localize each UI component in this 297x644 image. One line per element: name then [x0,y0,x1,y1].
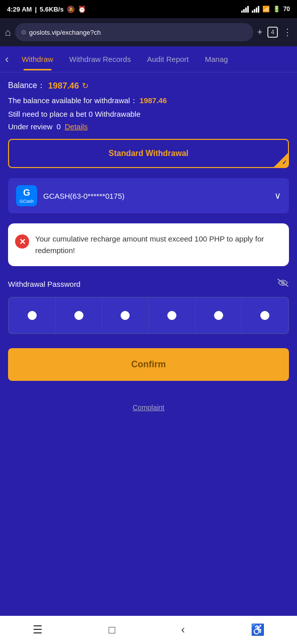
browser-actions: + 4 ⋮ [257,27,292,38]
nav-tabs: ‹ Withdraw Withdraw Records Audit Report… [0,46,297,72]
dropdown-arrow-icon: ∨ [274,190,281,201]
password-header: Withdrawal Password [8,278,289,290]
mute-icon: 🔕 [67,6,75,13]
gcash-icon: G GCash [16,185,37,206]
tab-withdraw[interactable]: Withdraw [14,48,61,70]
bottom-nav: ☰ □ ‹ ♿ [0,616,297,644]
time-display: 4:29 AM [7,6,32,13]
password-section: Withdrawal Password [8,278,289,334]
accessibility-icon: ♿ [251,623,264,636]
back-chevron-icon: ‹ [181,623,184,636]
tab-audit-report[interactable]: Audit Report [139,48,196,70]
menu-button[interactable]: ⋮ [283,27,292,38]
password-dot-3[interactable] [102,298,149,333]
bet-label: Still need to place a bet [8,110,86,118]
complaint-link[interactable]: Complaint [133,404,164,412]
main-content: Balance： 1987.46 ↻ The balance available… [0,72,297,616]
eye-icon[interactable] [277,278,289,290]
tab-count-button[interactable]: 4 [267,27,278,38]
network-speed-value: 5.6KB/s [40,6,64,13]
signal-bars-2 [252,6,259,13]
error-icon: ✕ [15,234,29,249]
signal-bars [241,6,249,13]
standard-withdrawal-button[interactable]: Standard Withdrawal [8,139,289,168]
password-dot-5[interactable] [195,298,242,333]
available-line: The balance available for withdrawal： 19… [8,96,289,106]
warning-box: ✕ Your cumulative recharge amount must e… [8,223,289,266]
password-label: Withdrawal Password [8,280,80,288]
wifi-icon: 📶 [262,6,270,13]
confirm-button[interactable]: Confirm [8,348,289,381]
warning-text: Your cumulative recharge amount must exc… [35,233,281,256]
gcash-logo: G GCash [20,188,34,204]
status-left: 4:29 AM | 5.6KB/s 🔕 ⏰ [7,6,86,13]
tab-count-display: 4 [267,27,278,38]
bet-suffix: Withdrawable [95,110,141,118]
password-dot-2[interactable] [56,298,103,333]
review-line: Under review 0 Details [8,122,289,131]
url-text: goslots.vip/exchange?ch [29,29,247,36]
bottom-back-button[interactable]: ‹ [171,620,194,639]
balance-label: Balance： [8,80,45,91]
details-link[interactable]: Details [65,122,88,131]
withdrawal-checkmark [274,153,288,167]
balance-value: 1987.46 [48,81,79,91]
bottom-menu-button[interactable]: ☰ [23,620,53,639]
square-icon: □ [109,623,115,636]
bottom-accessibility-button[interactable]: ♿ [241,620,274,639]
password-dot-6[interactable] [242,298,288,333]
tab-manage[interactable]: Manag [197,48,236,70]
url-bar[interactable]: ⊙ goslots.vip/exchange?ch [15,23,253,41]
home-button[interactable]: ⌂ [5,27,11,38]
review-value: 0 [56,122,60,131]
payment-method-dropdown[interactable]: G GCash GCASH(63-0******0175) ∨ [8,178,289,213]
balance-section: Balance： 1987.46 ↻ The balance available… [8,80,289,139]
available-value: 1987.46 [140,96,167,105]
tab-withdraw-records[interactable]: Withdraw Records [61,48,139,70]
hamburger-icon: ☰ [33,623,43,636]
refresh-icon[interactable]: ↻ [82,81,88,91]
url-icon: ⊙ [21,29,26,36]
available-label: The balance available for withdrawal： [8,96,138,105]
new-tab-button[interactable]: + [257,27,263,38]
balance-line: Balance： 1987.46 ↻ [8,80,289,91]
bet-line: Still need to place a bet 0 Withdrawable [8,110,289,118]
complaint-section: Complaint [8,393,289,422]
password-dot-1[interactable] [9,298,56,333]
bottom-home-button[interactable]: □ [98,620,125,639]
password-dots-container[interactable] [8,297,289,334]
status-bar: 4:29 AM | 5.6KB/s 🔕 ⏰ 📶 🔋 70 [0,0,297,18]
battery-level: 70 [283,6,290,13]
alarm-icon: ⏰ [78,6,86,13]
password-dot-4[interactable] [149,298,195,333]
battery-icon: 🔋 [273,6,280,13]
back-button[interactable]: ‹ [5,53,14,66]
payment-label: GCASH(63-0******0175) [43,192,268,200]
network-speed: | [35,6,37,13]
bet-value: 0 [88,110,92,118]
review-label: Under review [8,122,52,131]
browser-bar: ⌂ ⊙ goslots.vip/exchange?ch + 4 ⋮ [0,18,297,46]
status-right: 📶 🔋 70 [241,6,290,13]
